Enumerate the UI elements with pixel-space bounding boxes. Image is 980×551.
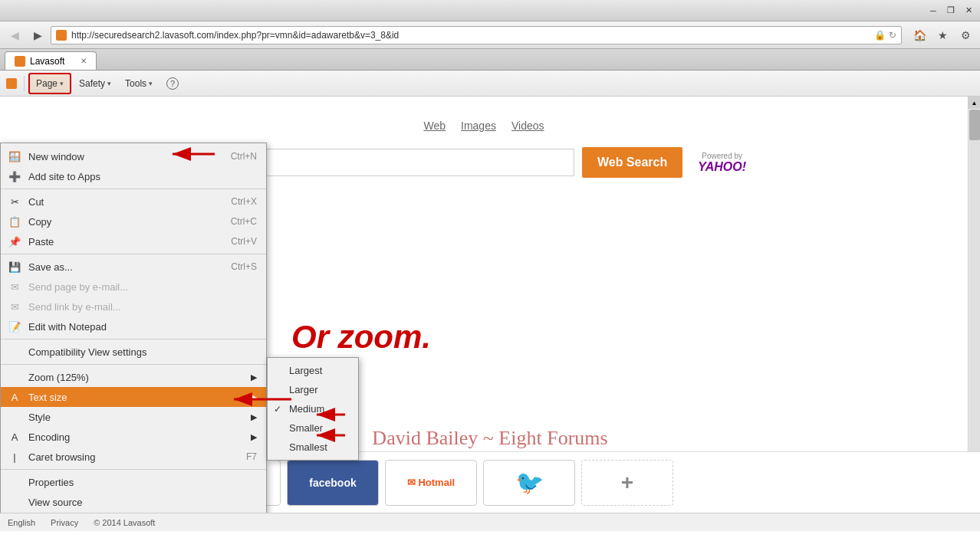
text-size-icon: A	[7, 389, 22, 405]
menu-item-text-size[interactable]: A Text size ▶	[1, 387, 266, 407]
submenu-item-smaller[interactable]: Smaller	[268, 418, 358, 438]
submenu-item-larger[interactable]: Larger	[268, 380, 358, 399]
menu-item-send-link: ✉ Send link by e-mail...	[1, 297, 266, 316]
ql-twitter[interactable]: 🐦	[483, 460, 575, 506]
scroll-up-button[interactable]: ▲	[968, 97, 981, 109]
edit-notepad-label: Edit with Notepad	[28, 321, 107, 333]
new-window-shortcut: Ctrl+N	[231, 151, 257, 162]
caret-shortcut: F7	[246, 451, 257, 462]
menu-item-caret[interactable]: | Caret browsing F7	[1, 447, 266, 467]
ql-add-button[interactable]: +	[581, 460, 673, 506]
menu-item-paste[interactable]: 📌 Paste Ctrl+V	[1, 231, 266, 251]
menu-item-encoding[interactable]: A Encoding ▶	[1, 427, 266, 447]
forward-button[interactable]: ▶	[28, 25, 48, 45]
menu-item-properties[interactable]: Properties	[1, 472, 266, 492]
back-button[interactable]: ◀	[5, 25, 25, 45]
cut-icon: ✂	[7, 194, 22, 209]
tools-label: Tools	[125, 78, 146, 89]
scrollbar[interactable]: ▲ ▼	[968, 97, 980, 513]
caret-label: Caret browsing	[28, 451, 95, 463]
close-button[interactable]: ✕	[960, 3, 977, 18]
menu-item-style[interactable]: Style ▶	[1, 407, 266, 427]
separator-1	[1, 189, 266, 189]
safety-dropdown-arrow: ▾	[107, 80, 111, 87]
separator-5	[1, 469, 266, 470]
videos-link[interactable]: Videos	[511, 120, 544, 132]
facebook-text: facebook	[309, 477, 356, 489]
zoom-label: Zoom (125%)	[28, 372, 89, 383]
restore-button[interactable]: ❒	[942, 3, 959, 18]
new-window-icon: 🪟	[7, 149, 22, 164]
page-label: Page	[36, 78, 58, 89]
minimize-button[interactable]: ─	[925, 3, 942, 18]
separator-3	[1, 339, 266, 339]
menu-item-edit-notepad[interactable]: 📝 Edit with Notepad	[1, 316, 266, 336]
send-page-label: Send page by e-mail...	[28, 281, 128, 293]
menu-item-compat-view[interactable]: Compatibility View settings	[1, 342, 266, 362]
save-shortcut: Ctrl+S	[231, 261, 257, 272]
smaller-label: Smaller	[289, 422, 323, 434]
ql-facebook[interactable]: facebook	[287, 460, 379, 506]
submenu-item-medium[interactable]: ✓ Medium	[268, 399, 358, 418]
web-link[interactable]: Web	[423, 120, 446, 132]
add-site-label: Add site to Apps	[28, 171, 100, 182]
edit-notepad-icon: 📝	[7, 319, 22, 334]
menu-item-zoom[interactable]: Zoom (125%) ▶	[1, 367, 266, 387]
separator-2	[1, 254, 266, 254]
settings-button[interactable]: ⚙	[955, 25, 975, 45]
menu-item-add-site[interactable]: ➕ Add site to Apps	[1, 166, 266, 186]
scroll-thumb[interactable]	[969, 110, 980, 140]
home-button[interactable]: 🏠	[909, 25, 929, 45]
medium-label: Medium	[289, 403, 324, 415]
largest-label: Largest	[289, 365, 322, 376]
hotmail-text: ✉ Hotmail	[407, 477, 455, 488]
page-menu-button[interactable]: Page ▾	[28, 73, 71, 94]
copy-label: Copy	[28, 216, 51, 228]
status-bar: English Privacy © 2014 Lavasoft	[0, 513, 980, 531]
search-nav: Web Images Videos	[423, 120, 544, 132]
search-input[interactable]	[222, 149, 574, 176]
encoding-submenu-arrow: ▶	[251, 432, 257, 442]
ql-hotmail[interactable]: ✉ Hotmail	[385, 460, 477, 506]
separator-4	[1, 364, 266, 365]
safety-menu-button[interactable]: Safety ▾	[73, 73, 117, 94]
style-label: Style	[28, 412, 51, 423]
menu-item-new-window[interactable]: 🪟 New window Ctrl+N	[1, 146, 266, 166]
tab-title: Lavasoft	[30, 56, 64, 67]
compat-view-label: Compatibility View settings	[28, 346, 146, 358]
scroll-track[interactable]	[969, 110, 980, 500]
twitter-icon: 🐦	[515, 469, 544, 496]
address-input[interactable]	[71, 30, 871, 41]
submenu-item-smallest[interactable]: Smallest	[268, 438, 358, 457]
page-content: ▲ ▼ Web Images Videos Web Search Powered…	[0, 97, 980, 513]
tab-favicon	[15, 56, 25, 67]
images-link[interactable]: Images	[461, 120, 496, 132]
favorites-button[interactable]: ★	[932, 25, 952, 45]
submenu-item-largest[interactable]: Largest	[268, 361, 358, 380]
menu-item-save-as[interactable]: 💾 Save as... Ctrl+S	[1, 257, 266, 277]
tools-menu-button[interactable]: Tools ▾	[119, 73, 159, 94]
tools-dropdown-arrow: ▾	[149, 80, 153, 87]
menu-item-cut[interactable]: ✂ Cut Ctrl+X	[1, 192, 266, 212]
properties-label: Properties	[28, 477, 74, 488]
nav-bar: ◀ ▶ 🔒 ↻ 🏠 ★ ⚙	[0, 21, 980, 49]
title-bar: ─ ❒ ✕	[0, 0, 980, 21]
help-button[interactable]: ?	[160, 73, 185, 94]
menu-item-copy[interactable]: 📋 Copy Ctrl+C	[1, 212, 266, 231]
active-tab[interactable]: Lavasoft ✕	[5, 51, 97, 70]
powered-by-text: Powered by	[698, 152, 746, 160]
tab-close-button[interactable]: ✕	[81, 57, 87, 65]
safety-label: Safety	[79, 78, 105, 89]
favicon-icon	[56, 30, 67, 41]
caret-icon: |	[7, 449, 22, 464]
tab-bar: Lavasoft ✕	[0, 49, 980, 71]
menu-item-view-source[interactable]: View source	[1, 492, 266, 512]
view-source-label: View source	[28, 497, 83, 508]
copy-icon: 📋	[7, 214, 22, 229]
zoom-submenu-arrow: ▶	[251, 372, 257, 382]
style-submenu-arrow: ▶	[251, 412, 257, 422]
menu-item-send-page: ✉ Send page by e-mail...	[1, 277, 266, 297]
separator	[24, 76, 25, 91]
search-button[interactable]: Web Search	[582, 147, 682, 178]
refresh-icon[interactable]: ↻	[889, 30, 896, 41]
